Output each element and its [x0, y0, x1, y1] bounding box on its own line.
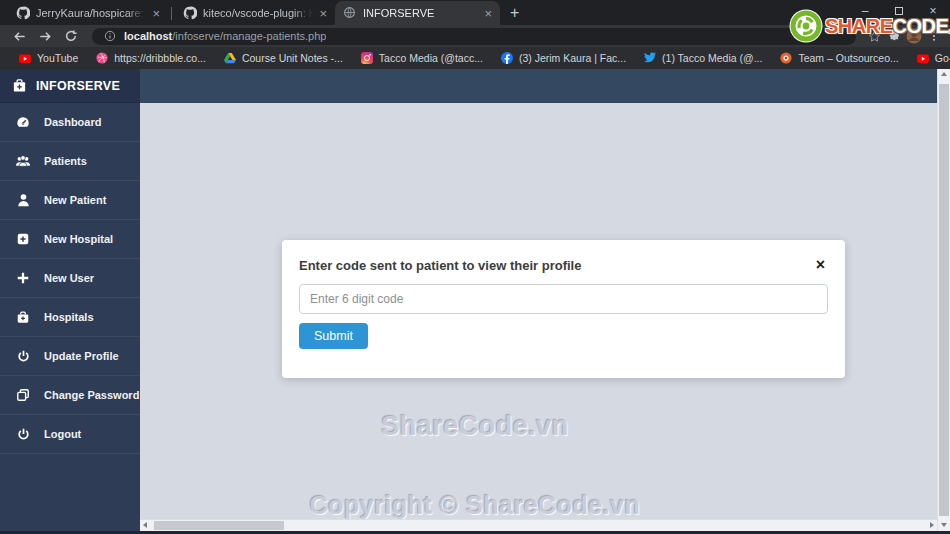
power-icon: [15, 349, 31, 363]
tabs-container: JerryKaura/hospicare: second yea×kiteco/…: [8, 0, 500, 25]
site-info-icon[interactable]: [102, 30, 118, 42]
modal-close-icon[interactable]: ×: [816, 257, 825, 273]
sidebar-item-label: Dashboard: [44, 116, 101, 128]
submit-button[interactable]: Submit: [299, 323, 368, 349]
sidebar-item-update-profile[interactable]: Update Profile: [0, 337, 140, 376]
bookmark-label: (1) Tacco Media (@...: [662, 52, 762, 64]
bookmark-item[interactable]: Go-Back-N ARQ (S...: [908, 52, 950, 64]
logo-share-text: SHARE: [825, 15, 893, 37]
users-icon: [15, 154, 31, 168]
bookmark-item[interactable]: (1) Tacco Media (@...: [635, 52, 771, 64]
bookmark-item[interactable]: (3) Jerim Kaura | Fac...: [492, 52, 635, 64]
tab-close-icon[interactable]: ×: [152, 7, 160, 20]
bookmark-item[interactable]: Tacco Media (@tacc...: [352, 52, 492, 64]
hospital-icon: [15, 310, 31, 324]
url-path: /infoserve/manage-patients.php: [172, 30, 326, 42]
browser-tab[interactable]: JerryKaura/hospicare: second yea×: [8, 1, 168, 25]
youtube-icon: [19, 52, 31, 64]
sidebar-item-label: Change Password: [44, 389, 139, 401]
browser-tab[interactable]: kiteco/vscode-plugin: Kite Autoc×: [175, 1, 335, 25]
browser-tab[interactable]: INFORSERVE×: [335, 1, 500, 25]
tab-title: INFORSERVE: [363, 7, 478, 19]
tab-title: kiteco/vscode-plugin: Kite Autoc: [203, 7, 313, 19]
globe-icon: [343, 6, 357, 20]
app-brand[interactable]: INFORSERVE: [0, 69, 140, 103]
bookmark-label: https://dribbble.co...: [114, 52, 206, 64]
sidebar-item-new-user[interactable]: New User: [0, 259, 140, 298]
browser-window: JerryKaura/hospicare: second yea×kiteco/…: [0, 0, 950, 534]
url-text: localhost/infoserve/manage-patients.php: [124, 30, 326, 42]
sidebar-item-label: New User: [44, 272, 94, 284]
sharecode-watermark: ShareCode.vn: [0, 411, 950, 442]
sidebar-item-label: Update Profile: [44, 350, 119, 362]
new-tab-button[interactable]: +: [510, 4, 519, 22]
reload-icon[interactable]: [60, 29, 82, 43]
app-brand-label: INFORSERVE: [36, 79, 120, 93]
github-icon: [183, 6, 197, 20]
bookmark-label: Team – Outsourceo...: [798, 52, 898, 64]
bookmark-label: Course Unit Notes -...: [242, 52, 343, 64]
app-sidebar: INFORSERVE DashboardPatientsNew PatientN…: [0, 69, 140, 534]
bookmark-item[interactable]: Team – Outsourceo...: [771, 52, 907, 64]
bookmark-item[interactable]: https://dribbble.co...: [87, 52, 215, 64]
sharecode-logo: SHARECODE.vn: [789, 9, 950, 43]
address-bar[interactable]: localhost/infoserve/manage-patients.php: [92, 28, 856, 45]
twitter-icon: [644, 52, 656, 64]
tab-separator: [171, 7, 172, 20]
instagram-icon: [361, 52, 373, 64]
horizontal-scrollbar[interactable]: [140, 519, 937, 531]
scroll-left-icon[interactable]: [143, 522, 147, 528]
sidebar-item-label: Patients: [44, 155, 87, 167]
code-modal: Enter code sent to patient to view their…: [282, 240, 845, 378]
plus-square-icon: [15, 232, 31, 246]
tab-close-icon[interactable]: ×: [319, 7, 327, 20]
bookmark-label: Tacco Media (@tacc...: [379, 52, 483, 64]
sidebar-item-label: New Hospital: [44, 233, 113, 245]
bookmark-item[interactable]: YouTube: [10, 52, 87, 64]
youtube-icon: [917, 52, 929, 64]
dribbble-icon: [96, 52, 108, 64]
dashboard-icon: [15, 115, 31, 129]
code-input[interactable]: [299, 284, 828, 314]
scroll-down-icon[interactable]: [941, 523, 947, 527]
vertical-scroll-thumb[interactable]: [939, 84, 949, 516]
vertical-scrollbar[interactable]: [937, 69, 950, 534]
sidebar-item-change-password[interactable]: Change Password: [0, 376, 140, 415]
scroll-right-icon[interactable]: [930, 522, 934, 528]
target-icon: [780, 52, 792, 64]
sidebar-item-dashboard[interactable]: Dashboard: [0, 103, 140, 142]
back-icon[interactable]: [8, 29, 30, 44]
logo-code-text: CODE: [893, 15, 949, 37]
sidebar-menu: DashboardPatientsNew PatientNew Hospital…: [0, 103, 140, 454]
sidebar-item-label: Hospitals: [44, 311, 94, 323]
tab-close-icon[interactable]: ×: [484, 7, 492, 20]
horizontal-scroll-thumb[interactable]: [154, 521, 284, 530]
page-topbar: [140, 69, 937, 103]
plus-icon: [15, 271, 31, 285]
scroll-up-icon[interactable]: [941, 72, 947, 76]
clone-icon: [15, 388, 31, 402]
bookmark-item[interactable]: Course Unit Notes -...: [215, 52, 352, 64]
copyright-watermark: Copyright © ShareCode.vn: [0, 491, 950, 520]
bookmarks-bar: YouTubehttps://dribbble.co...Course Unit…: [0, 47, 950, 69]
url-host: localhost: [124, 30, 172, 42]
bookmark-label: Go-Back-N ARQ (S...: [935, 52, 950, 64]
sharecode-logo-text: SHARECODE.vn: [825, 15, 950, 38]
user-icon: [15, 193, 31, 207]
github-icon: [16, 6, 30, 20]
tab-title: JerryKaura/hospicare: second yea: [36, 7, 146, 19]
sharecode-logo-icon: [789, 9, 823, 43]
sidebar-item-hospitals[interactable]: Hospitals: [0, 298, 140, 337]
bookmark-label: YouTube: [37, 52, 78, 64]
bookmark-label: (3) Jerim Kaura | Fac...: [519, 52, 626, 64]
sidebar-item-label: New Patient: [44, 194, 106, 206]
drive-icon: [224, 52, 236, 64]
facebook-icon: [501, 52, 513, 64]
sidebar-item-new-patient[interactable]: New Patient: [0, 181, 140, 220]
forward-icon[interactable]: [34, 29, 56, 44]
sidebar-item-new-hospital[interactable]: New Hospital: [0, 220, 140, 259]
modal-title: Enter code sent to patient to view their…: [299, 258, 828, 273]
hospital-brand-icon: [12, 78, 27, 93]
sidebar-item-patients[interactable]: Patients: [0, 142, 140, 181]
